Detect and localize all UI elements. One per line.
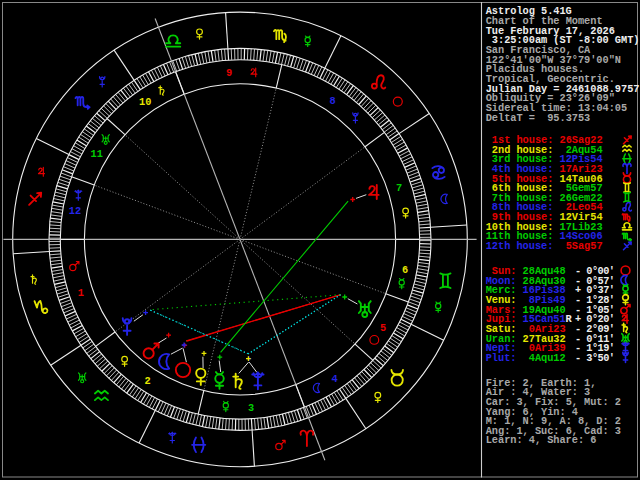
svg-text:10: 10 [139,96,151,108]
svg-text:3: 3 [248,402,254,414]
svg-text:9: 9 [226,67,232,79]
svg-text:1: 1 [78,287,84,299]
svg-text:6: 6 [402,264,408,276]
svg-text:8: 8 [329,95,335,107]
svg-text:4Aqu12: 4Aqu12 [523,352,566,364]
svg-text:R: R [566,313,573,325]
svg-text:5: 5 [380,322,386,334]
svg-text:- 3°50': - 3°50' [575,352,615,364]
svg-text:Learn: 4, Share: 6: Learn: 4, Share: 6 [486,434,597,446]
svg-text:Plut:: Plut: [486,352,517,364]
svg-text:12th house:: 12th house: [486,240,554,252]
svg-text:DeltaT = 95.3753: DeltaT = 95.3753 [486,112,591,124]
svg-text:12: 12 [69,205,81,217]
svg-text:4: 4 [332,373,338,385]
svg-text:7: 7 [396,182,402,194]
svg-text:11: 11 [91,148,103,160]
svg-text:2: 2 [144,375,150,387]
svg-text:5Sag57: 5Sag57 [560,240,603,252]
